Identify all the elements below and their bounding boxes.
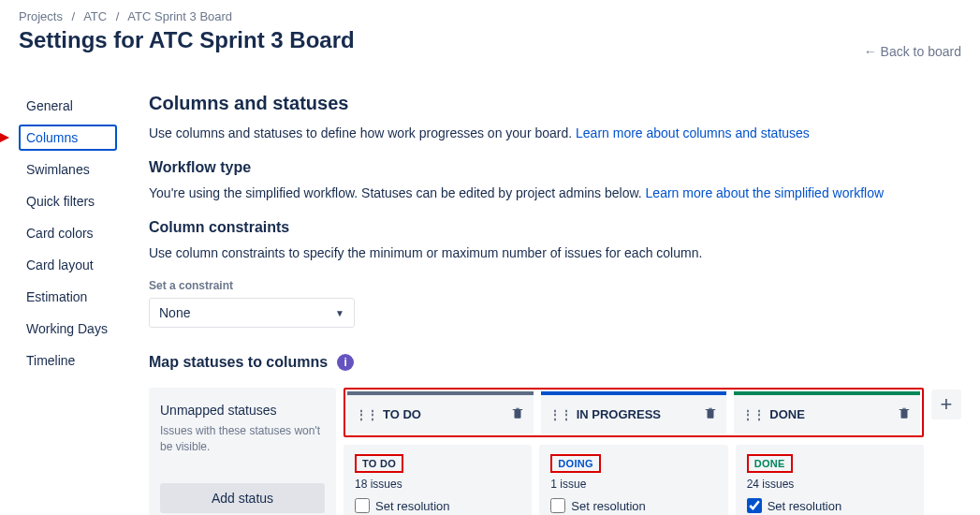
column-header-todo[interactable]: ⋮⋮ TO DO [347,391,534,434]
sidebar-item-card-layout[interactable]: Card layout [19,252,117,278]
status-card-done[interactable]: DONE 24 issues Set resolution [736,445,924,515]
breadcrumb-projects[interactable]: Projects [19,9,63,23]
trash-icon[interactable] [704,406,717,422]
column-constraints-title: Column constraints [149,219,961,236]
sidebar-item-label: Columns [26,130,78,145]
set-resolution-checkbox[interactable] [355,498,370,513]
columns-header-highlighted: ⋮⋮ TO DO ⋮⋮ IN PROGRESS [344,388,924,437]
column-constraints-desc: Use column constraints to specify the mi… [149,245,961,260]
sidebar-item-card-colors[interactable]: Card colors [19,220,117,246]
drag-handle-icon[interactable]: ⋮⋮ [741,407,764,422]
constraint-select[interactable]: None ▼ [149,298,355,328]
sidebar-item-quick-filters[interactable]: Quick filters [19,188,117,214]
sidebar-item-general[interactable]: General [19,93,117,119]
status-badge-todo: TO DO [355,454,403,473]
sidebar-item-timeline[interactable]: Timeline [19,347,117,374]
columns-statuses-desc: Use columns and statuses to define how w… [149,125,961,140]
status-card-doing[interactable]: DOING 1 issue Set resolution [539,445,727,515]
column-header-in-progress[interactable]: ⋮⋮ IN PROGRESS [541,391,727,434]
add-status-button[interactable]: Add status [160,483,325,513]
set-resolution-label: Set resolution [375,499,450,513]
set-resolution-checkbox[interactable] [550,498,565,513]
column-header-done[interactable]: ⋮⋮ DONE [734,391,920,434]
map-statuses-title: Map statuses to columns [149,354,328,371]
sidebar-item-estimation[interactable]: Estimation [19,284,117,310]
column-title: IN PROGRESS [577,407,699,421]
breadcrumb-separator: / [116,9,120,23]
set-resolution-row[interactable]: Set resolution [550,498,716,513]
unmapped-subtitle: Issues with these statuses won't be visi… [160,423,325,455]
status-badge-done: DONE [747,454,793,473]
columns-statuses-title: Columns and statuses [149,93,961,114]
status-badge-doing: DOING [550,454,601,473]
main-content: Columns and statuses Use columns and sta… [149,93,961,515]
constraint-select-value: None [159,305,190,320]
unmapped-statuses-panel: Unmapped statuses Issues with these stat… [149,388,336,515]
workflow-type-title: Workflow type [149,159,961,176]
set-resolution-row[interactable]: Set resolution [355,498,520,513]
breadcrumb-atc[interactable]: ATC [83,9,107,23]
column-title: TO DO [383,407,505,421]
issue-count: 1 issue [550,478,716,491]
chevron-down-icon: ▼ [335,308,344,318]
set-resolution-label: Set resolution [571,499,646,513]
settings-sidebar: General Columns Swimlanes Quick filters … [19,93,117,515]
breadcrumb-board[interactable]: ATC Sprint 3 Board [127,9,232,23]
learn-more-workflow-link[interactable]: Learn more about the simplified workflow [646,185,884,200]
column-title: DONE [769,407,892,421]
unmapped-title: Unmapped statuses [160,403,325,418]
learn-more-columns-link[interactable]: Learn more about columns and statuses [576,125,810,140]
sidebar-item-working-days[interactable]: Working Days [19,316,117,342]
set-constraint-label: Set a constraint [149,279,961,292]
sidebar-item-columns[interactable]: Columns [19,125,117,151]
arrow-indicator-icon [0,133,9,142]
trash-icon[interactable] [511,406,524,422]
info-icon[interactable]: i [337,354,354,371]
set-resolution-row[interactable]: Set resolution [747,498,913,513]
sidebar-item-swimlanes[interactable]: Swimlanes [19,156,117,183]
breadcrumb: Projects / ATC / ATC Sprint 3 Board [19,9,961,23]
page-title: Settings for ATC Sprint 3 Board [19,27,355,53]
trash-icon[interactable] [898,406,911,422]
drag-handle-icon[interactable]: ⋮⋮ [355,407,377,422]
set-resolution-label: Set resolution [768,499,842,513]
back-to-board-link[interactable]: ← Back to board [864,44,961,59]
add-column-button[interactable]: + [931,390,961,419]
issue-count: 18 issues [355,478,520,491]
drag-handle-icon[interactable]: ⋮⋮ [549,407,571,422]
issue-count: 24 issues [747,478,913,491]
breadcrumb-separator: / [72,9,76,23]
status-card-todo[interactable]: TO DO 18 issues Set resolution [344,445,532,515]
set-resolution-checkbox[interactable] [747,498,762,513]
workflow-type-desc: You're using the simplified workflow. St… [149,185,961,200]
